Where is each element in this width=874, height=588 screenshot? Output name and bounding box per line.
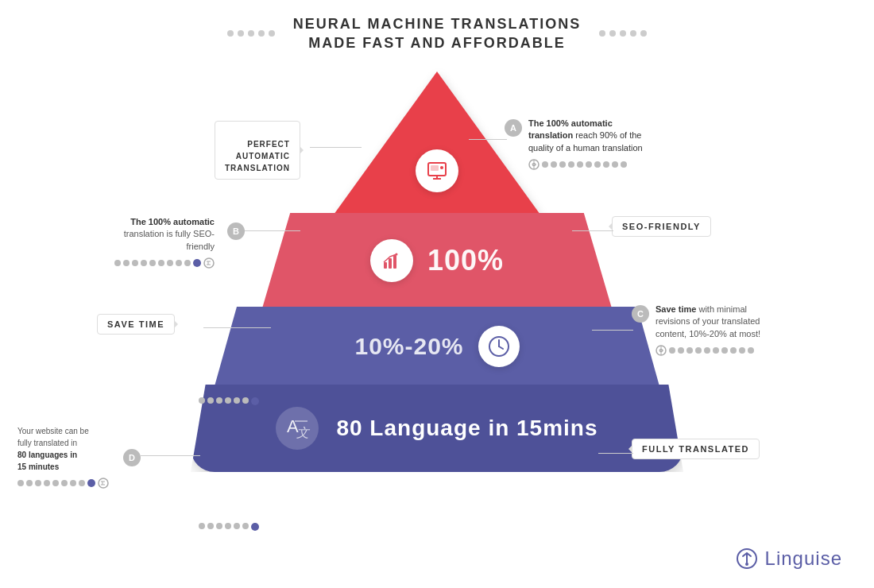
dot (609, 30, 616, 37)
badge-B: B (227, 222, 245, 240)
dot (238, 30, 244, 37)
layer3-percentage: 10%-20% (354, 333, 463, 360)
save-time-label: SAVE TIME (97, 314, 175, 335)
layer4-bottom: A 文 80 Language in 15mins (191, 385, 683, 472)
layer1-right-annotation: A The 100% automatic translation reach 9… (505, 118, 656, 170)
svg-rect-5 (384, 262, 387, 269)
layer3-content: 10%-20% (215, 307, 659, 386)
logo-text: Linguise (765, 547, 842, 570)
svg-line-11 (499, 346, 503, 349)
svg-point-8 (395, 253, 397, 256)
connector-l2-left (245, 230, 300, 231)
layer2-percentage: 100% (427, 244, 504, 277)
seo-friendly-label: SEO-FRIENDLY (612, 216, 711, 237)
layer4-translate-icon: A 文 (276, 407, 319, 450)
svg-point-20 (99, 478, 108, 488)
layer3-clock-icon (478, 326, 520, 367)
dot (227, 30, 234, 37)
layer2-trapezoid: 100% (262, 213, 612, 308)
svg-rect-6 (389, 258, 392, 269)
title-dots-right (599, 30, 647, 37)
dot (258, 30, 265, 37)
layer1-icon (416, 149, 458, 192)
layer3-trapezoid: 10%-20% (215, 307, 659, 386)
dot (640, 30, 647, 37)
connector-l2-right (572, 230, 613, 231)
layer2-icon (370, 239, 413, 282)
dot (620, 30, 626, 37)
svg-point-17 (204, 258, 214, 268)
layer4-main-text: 80 Language in 15mins (336, 416, 597, 441)
badge-C: C (632, 305, 649, 323)
connector-l1-left (310, 147, 362, 148)
connector-l4-left (141, 455, 200, 456)
connector-l3-left (203, 327, 271, 328)
title-section: NEURAL MACHINE TRANSLATIONS MADE FAST AN… (0, 0, 874, 53)
badge-A: A (505, 119, 522, 137)
layer4-content: A 文 80 Language in 15mins (191, 385, 683, 472)
dot (269, 30, 275, 37)
layer3-bottom-dots (199, 397, 259, 405)
layer3-right-annotation: C Save time with minimal revisions of yo… (632, 304, 783, 356)
connector-l1-right (469, 139, 507, 140)
linguise-logo: Linguise (735, 547, 842, 571)
svg-text:文: 文 (296, 426, 311, 439)
badge-D: D (123, 449, 141, 466)
layer4-left-annotation: Your website can be fully translated in … (17, 425, 109, 489)
layer4-bottom-dots (199, 523, 259, 531)
svg-point-4 (440, 166, 443, 169)
svg-point-22 (745, 563, 748, 566)
layer2-left-annotation: The 100% automatic translation is fully … (103, 216, 215, 269)
fully-translated-label: FULLY TRANSLATED (632, 439, 760, 459)
svg-rect-7 (393, 255, 396, 269)
dot (599, 30, 605, 37)
main-title: NEURAL MACHINE TRANSLATIONS MADE FAST AN… (293, 14, 581, 53)
title-dots-left (227, 30, 275, 37)
dot (630, 30, 636, 37)
svg-rect-3 (431, 165, 439, 171)
layer2-content: 100% (262, 213, 612, 308)
connector-l4-right (598, 453, 633, 454)
dot (248, 30, 254, 37)
connector-l3-right (592, 330, 633, 331)
